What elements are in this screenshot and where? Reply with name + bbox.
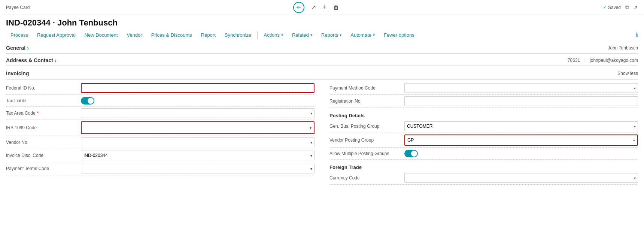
tax-area-code-row: Tax Area Code * ▾ xyxy=(6,107,315,120)
payment-terms-wrapper: ▾ xyxy=(81,164,315,173)
nav-prices-discounts[interactable]: Prices & Discounts xyxy=(147,29,197,41)
allow-multiple-posting-row: Allow Multiple Posting Groups xyxy=(329,148,638,160)
currency-code-label: Currency Code xyxy=(329,175,404,181)
page-title-bar: IND-020344 · John Tenbusch xyxy=(0,15,644,29)
allow-multiple-toggle[interactable] xyxy=(404,150,418,157)
checkmark-icon: ✓ xyxy=(603,5,607,10)
top-bar-right: ✓ Saved ⧉ ↗ xyxy=(603,4,638,10)
add-button[interactable]: + xyxy=(323,3,327,11)
currency-code-select[interactable] xyxy=(404,173,638,183)
main-content: General › John Tenbusch Address & Contac… xyxy=(0,41,644,185)
nav-process[interactable]: Process xyxy=(6,29,33,41)
irs-1099-row: IRS 1099 Code ▾ xyxy=(6,120,315,136)
gen-bus-posting-control: CUSTOMER ▾ xyxy=(404,121,638,131)
payment-method-control: ▾ xyxy=(404,83,638,93)
invoice-disc-control: IND-020344 ▾ xyxy=(81,151,315,160)
tax-area-code-select[interactable] xyxy=(81,108,315,118)
payment-method-row: Payment Method Code ▾ xyxy=(329,82,638,95)
registration-no-input[interactable] xyxy=(404,96,638,106)
delete-button[interactable]: 🗑 xyxy=(333,4,339,11)
tax-area-code-control: ▾ xyxy=(81,108,315,118)
nav-separator xyxy=(257,31,258,39)
required-star: * xyxy=(37,111,39,116)
nav-reports[interactable]: Reports ▾ xyxy=(317,29,346,41)
irs-1099-wrapper: ▾ xyxy=(81,121,315,134)
payment-method-label: Payment Method Code xyxy=(329,85,404,91)
vendor-no-control: ▾ xyxy=(81,137,315,147)
general-section-value: John Tenbusch xyxy=(608,45,638,51)
allow-multiple-posting-control xyxy=(404,150,638,157)
window-button[interactable]: ⧉ xyxy=(625,4,629,10)
toolbar-icons: ✏ ↗ + 🗑 xyxy=(293,2,340,13)
vendor-posting-highlight: GP ▾ xyxy=(404,134,638,146)
address-contact-title: Address & Contact › xyxy=(6,57,57,63)
foreign-trade-header: Foreign Trade xyxy=(329,161,362,172)
registration-no-row: Registration No. xyxy=(329,95,638,108)
invoice-disc-select[interactable]: IND-020344 xyxy=(81,151,315,160)
add-icon: + xyxy=(323,3,327,11)
nav-vendor[interactable]: Vendor xyxy=(122,29,146,41)
saved-status: ✓ Saved xyxy=(603,5,621,10)
general-section-title: General › xyxy=(6,45,29,51)
currency-code-control: ▾ xyxy=(404,173,638,183)
federal-id-input[interactable] xyxy=(81,83,315,93)
posting-details-header: Posting Details xyxy=(329,110,365,120)
invoicing-header: Invoicing Show less xyxy=(6,66,638,79)
nav-actions[interactable]: Actions ▾ xyxy=(259,29,288,41)
info-icon[interactable]: ℹ xyxy=(636,31,638,39)
page-title: IND-020344 · John Tenbusch xyxy=(6,18,118,28)
payment-terms-row: Payment Terms Code ▾ xyxy=(6,162,315,175)
payment-terms-select[interactable] xyxy=(81,164,315,173)
federal-id-row: Federal ID No. xyxy=(6,82,315,95)
foreign-trade-header-row: Foreign Trade xyxy=(329,160,638,172)
window-icon: ⧉ xyxy=(625,4,629,10)
chevron-right-icon: › xyxy=(55,57,57,63)
nav-fewer-options[interactable]: Fewer options xyxy=(379,29,419,41)
vendor-posting-wrapper: GP ▾ xyxy=(405,135,637,145)
invoice-disc-wrapper: IND-020344 ▾ xyxy=(81,151,315,160)
invoicing-left-col: Federal ID No. Tax Liable xyxy=(6,82,315,185)
tax-liable-row: Tax Liable xyxy=(6,95,315,107)
gen-bus-posting-select[interactable]: CUSTOMER xyxy=(404,121,638,131)
vendor-posting-select[interactable]: GP xyxy=(405,135,637,145)
edit-button[interactable]: ✏ xyxy=(293,2,304,13)
share-icon: ↗ xyxy=(311,4,316,11)
payment-method-select[interactable] xyxy=(404,83,638,93)
vendor-no-label: Vendor No. xyxy=(6,140,81,145)
tax-liable-label: Tax Liable xyxy=(6,98,81,103)
nav-related[interactable]: Related ▾ xyxy=(288,29,317,41)
edit-icon: ✏ xyxy=(297,4,301,10)
address-contact-section-header[interactable]: Address & Contact › 78631 | johnpaul@ako… xyxy=(6,54,638,66)
invoicing-right-col: Payment Method Code ▾ Registration No. xyxy=(329,82,638,185)
nav-automate[interactable]: Automate ▾ xyxy=(346,29,379,41)
irs-1099-select[interactable] xyxy=(82,123,313,133)
general-section-header[interactable]: General › John Tenbusch xyxy=(6,41,638,54)
tax-liable-thumb xyxy=(88,98,94,104)
tax-liable-control xyxy=(81,97,315,105)
invoice-disc-label: Invoice Disc. Code xyxy=(6,153,81,158)
nav-synchronize[interactable]: Synchronize xyxy=(220,29,256,41)
registration-no-label: Registration No. xyxy=(329,99,404,104)
allow-multiple-posting-label: Allow Multiple Posting Groups xyxy=(329,151,404,156)
vendor-no-select[interactable] xyxy=(81,137,315,147)
vendor-no-row: Vendor No. ▾ xyxy=(6,136,315,149)
tax-liable-toggle[interactable] xyxy=(81,97,94,105)
payment-terms-label: Payment Terms Code xyxy=(6,166,81,171)
irs-1099-label: IRS 1099 Code xyxy=(6,125,81,130)
tax-area-code-wrapper: ▾ xyxy=(81,108,315,118)
vendor-no-wrapper: ▾ xyxy=(81,137,315,147)
chevron-down-icon: ▾ xyxy=(373,33,375,37)
show-less-button[interactable]: Show less xyxy=(617,71,638,76)
delete-icon: 🗑 xyxy=(333,4,339,11)
share-button[interactable]: ↗ xyxy=(311,4,316,11)
page-type-label: Payee Card xyxy=(6,5,30,10)
expand-button[interactable]: ↗ xyxy=(634,4,638,10)
currency-code-wrapper: ▾ xyxy=(404,173,638,183)
nav-report[interactable]: Report xyxy=(197,29,220,41)
irs-1099-control: ▾ xyxy=(81,121,315,134)
tax-area-code-label: Tax Area Code * xyxy=(6,111,81,116)
invoicing-title: Invoicing xyxy=(6,70,29,76)
nav-new-document[interactable]: New Document xyxy=(80,29,122,41)
nav-request-approval[interactable]: Request Approval xyxy=(33,29,80,41)
federal-id-control xyxy=(81,83,315,93)
